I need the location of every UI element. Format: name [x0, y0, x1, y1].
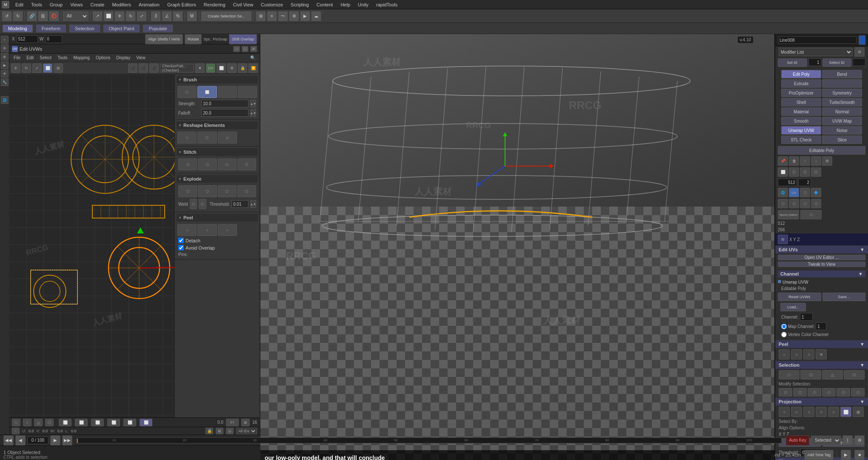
timeline-fwd-btn[interactable]: ▶▶	[62, 435, 72, 446]
mod-up-btn[interactable]: ↑	[800, 156, 810, 166]
mod-sel-btn6[interactable]: ⬡	[851, 388, 865, 397]
select-region-btn[interactable]: ⬜	[103, 11, 114, 21]
modify-icon[interactable]: ⚙	[1, 44, 9, 52]
menu-modifiers[interactable]: Modifiers	[108, 1, 134, 8]
play-btn[interactable]: ▶	[841, 450, 851, 460]
object-name-input[interactable]	[778, 36, 857, 44]
explode-btn1[interactable]: ⬡	[178, 185, 197, 197]
env-btn[interactable]: ☁	[311, 11, 321, 21]
select-btn[interactable]: ↗	[92, 11, 103, 21]
lock-icon[interactable]: 🔒	[206, 428, 213, 434]
projection-prop-title[interactable]: Projection ▼	[775, 398, 868, 405]
explode-btn2[interactable]: ⬡	[198, 185, 217, 197]
set-id-btn[interactable]: Set Id:	[778, 58, 807, 67]
rotate-btn[interactable]: ↻	[126, 11, 136, 21]
edit-uvs-title[interactable]: Edit UVs ▼	[775, 246, 868, 253]
shell-btn[interactable]: Shell	[781, 98, 821, 106]
utilities-icon[interactable]: 🔧	[1, 78, 9, 86]
weld-btn1[interactable]: ⬡	[190, 199, 197, 209]
prooptimizer-btn[interactable]: ProOptimizer	[781, 89, 821, 97]
menu-edit[interactable]: Edit	[12, 1, 27, 8]
peel-btn2[interactable]: ○	[197, 224, 217, 236]
turbosmooth-btn[interactable]: TurboSmooth	[822, 98, 862, 106]
undo-btn[interactable]: ↺	[2, 11, 12, 21]
uv-filter-btn[interactable]: 🔽	[248, 63, 258, 73]
tex-btn1[interactable]: 🌐	[778, 188, 788, 197]
peel-header[interactable]: ▼ Peel	[177, 214, 258, 221]
uv-view-btn3[interactable]: ⬜	[91, 419, 104, 426]
peel-btn1[interactable]: ○	[177, 224, 197, 236]
stitch-btn3[interactable]: ⬡	[218, 158, 237, 170]
modifier-settings-btn[interactable]: ⚙	[854, 47, 865, 57]
stop-btn[interactable]: ■	[854, 450, 865, 460]
extrude2-btn[interactable]	[822, 79, 862, 88]
normal-btn[interactable]: Normal	[822, 107, 862, 116]
sel-icon2[interactable]: ⬡	[800, 370, 821, 380]
select-id-btn[interactable]: Select ID	[822, 58, 852, 67]
uvwmap-btn[interactable]: UVW Map	[822, 117, 862, 125]
tab-populate[interactable]: Populate	[143, 25, 172, 32]
selection-prop-title[interactable]: Selection ▼	[775, 361, 868, 369]
uv-menu-options[interactable]: Options	[93, 55, 113, 60]
map-channel-input[interactable]	[816, 322, 826, 330]
save-channel-btn[interactable]: Save...	[822, 293, 866, 301]
uv-coord-mode[interactable]: XY	[226, 419, 239, 426]
explode-header[interactable]: ▼ Explode	[177, 175, 258, 183]
brush-btn2[interactable]: ⬜	[197, 86, 217, 98]
timeline-next-btn[interactable]: ▶	[50, 435, 60, 446]
explode-btn4[interactable]: ⬡	[237, 185, 256, 197]
mod-sel-btn3[interactable]: ⬡	[808, 388, 821, 397]
brush-header[interactable]: ▼ Brush	[177, 76, 258, 83]
uv-canvas[interactable]: 人人素材 RRCG 人人素材	[9, 74, 174, 417]
tex-btn4[interactable]: 🔷	[811, 188, 821, 197]
uv-settings-btn[interactable]: ⚙	[227, 63, 237, 73]
threshold-input[interactable]	[231, 200, 248, 208]
create-icon[interactable]: +	[1, 36, 9, 43]
percent-snap-btn[interactable]: %	[173, 11, 183, 21]
strength-spinner[interactable]: ▲▼	[250, 100, 256, 107]
stitch-btn4[interactable]: ⬡	[237, 158, 256, 170]
menu-tools[interactable]: Tools	[28, 1, 46, 8]
peel-icon3[interactable]: ○	[803, 349, 814, 359]
render-btn[interactable]: ▶	[300, 11, 310, 21]
align-shells-btn[interactable]: Align Shells / Verts	[145, 34, 183, 44]
add-time-tag-btn[interactable]: Add Time Tag	[804, 450, 834, 460]
proj-btn1[interactable]: ○	[779, 407, 790, 417]
menu-group[interactable]: Group	[46, 1, 66, 8]
uv-scale-tool[interactable]: ⤢	[32, 63, 42, 73]
menu-create[interactable]: Create	[87, 1, 108, 8]
uv-bottom-btn2[interactable]: ○	[23, 419, 31, 426]
sel-icon4[interactable]: ⬡	[844, 370, 865, 380]
uv-lock-btn[interactable]: 🔒	[238, 63, 247, 73]
hierarchy-icon[interactable]: ⊞	[1, 53, 9, 60]
timeline-back-btn[interactable]: ◀◀	[3, 435, 14, 446]
threshold-spinner[interactable]: ▲▼	[250, 200, 256, 208]
brush-btn1[interactable]: ⬡	[177, 86, 197, 98]
reshape-btn2[interactable]: ⬡	[197, 132, 217, 144]
mod-del-btn[interactable]: 🗑	[789, 156, 799, 166]
uv-menu-tools[interactable]: Tools	[55, 55, 70, 60]
rotate-btn2[interactable]: Rotate	[185, 34, 202, 44]
detach-checkbox[interactable]	[178, 238, 184, 243]
proj-btn5[interactable]: ○	[828, 407, 839, 417]
size-input1[interactable]	[778, 178, 797, 186]
avoid-overlap-checkbox[interactable]	[178, 245, 184, 250]
x-grid-btn[interactable]: ⊞	[778, 235, 788, 244]
timeline-track[interactable]: 10 20 30 40 50 60 70 80 90 100	[77, 437, 782, 443]
uv-menu-file[interactable]: File	[11, 55, 23, 60]
peel-btn3[interactable]: ○	[218, 224, 237, 236]
auto-key-btn[interactable]: Auto Key	[786, 435, 809, 446]
menu-help[interactable]: Help	[337, 1, 354, 8]
uv-snap-btn[interactable]: ⊞	[241, 419, 250, 426]
proj-btn3[interactable]: ○	[803, 407, 814, 417]
editable-poly-btn[interactable]: Editable Poly	[778, 146, 865, 155]
uv-view-btn5[interactable]: ⬜	[123, 419, 136, 426]
move-btn[interactable]: ✛	[114, 11, 125, 21]
uv-menu-edit[interactable]: Edit	[24, 55, 36, 60]
menu-graph-editors[interactable]: Graph Editors	[164, 1, 200, 8]
brush-btn4[interactable]	[238, 86, 257, 98]
uv-menu-mapping[interactable]: Mapping	[71, 55, 92, 60]
tab-freeform[interactable]: Freeform	[36, 25, 66, 32]
load-channel-btn[interactable]: Load...	[780, 303, 806, 311]
align-btn[interactable]: ⊞	[256, 11, 266, 21]
